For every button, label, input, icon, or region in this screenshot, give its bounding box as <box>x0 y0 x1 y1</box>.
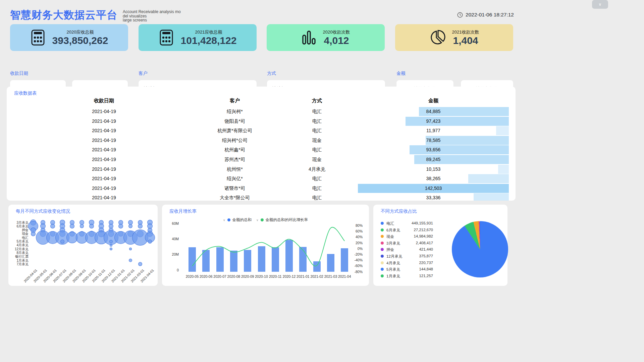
table-row: 2021-04-19苏州杰*司现金89,245 <box>7 155 516 164</box>
kpi-label: 2020收款次数 <box>323 30 350 35</box>
pie-legend-item[interactable]: 现金14,984,982 <box>373 234 447 239</box>
cell-amount: 84,885 <box>358 107 509 116</box>
legend-dot <box>381 222 384 225</box>
cell-customer: 诸暨市*司 <box>174 184 295 193</box>
pie-legend-item[interactable]: 电汇449,155,931 <box>373 221 447 226</box>
growth-bar <box>313 261 321 272</box>
bubble-point <box>31 231 36 236</box>
bubble-point <box>70 224 74 228</box>
timestamp: 2022-01-06 18:27:12 <box>466 12 514 18</box>
bubble-point <box>80 224 84 228</box>
pie-legend-item[interactable]: 12月承兑375,877 <box>373 254 447 259</box>
legend-dot <box>381 255 384 258</box>
kpi-value: 393,850,262 <box>52 35 108 46</box>
legend-dot <box>381 248 384 251</box>
bubble-point <box>128 224 132 228</box>
legend-value: 144,848 <box>393 267 433 271</box>
cell-date: 2021-04-19 <box>34 184 174 193</box>
filter-label-customer: 客户 <box>139 70 148 76</box>
bubble-y-axis-label: 1月承兑 <box>10 259 29 262</box>
pie-legend-item[interactable]: 5月承兑144,848 <box>373 267 447 272</box>
cell-customer: 绍兴亿* <box>174 174 295 184</box>
cell-method: 电汇 <box>295 145 339 155</box>
table-body[interactable]: 2021-04-19绍兴柯*电汇84,8852021-04-19饶阳县*司电汇9… <box>7 107 516 201</box>
growth-right-axis-tick: 40% <box>351 235 363 239</box>
growth-left-axis-tick: 40M <box>167 237 179 241</box>
kpi-card-2021-receivable: 2021应收总额 101,428,122 <box>139 24 257 51</box>
legend-dot <box>381 228 384 231</box>
bubble-chart: 3月承兑6月承兑押金现金电汇5月承兑4月承兑12月承兑8月承兑银行汇票1月承兑7… <box>8 205 158 286</box>
cell-method: 电汇 <box>295 174 339 184</box>
cell-method: 4月承兑 <box>295 164 339 174</box>
bubble-point <box>148 240 152 244</box>
cell-customer: 杭州鑫*司 <box>174 145 295 155</box>
kpi-label: 2021应收总额 <box>195 30 222 35</box>
table-row: 2021-04-19杭州恒*4月承兑10,153 <box>7 164 516 174</box>
cell-customer: 苏州杰*司 <box>174 155 295 164</box>
legend-value: 14,984,982 <box>393 234 433 238</box>
pie-chart <box>452 221 508 277</box>
cell-date: 2021-04-19 <box>34 136 174 145</box>
pie-legend-item[interactable]: 押金421,440 <box>373 247 447 252</box>
pie-legend-item[interactable]: 4月承兑220,737 <box>373 260 447 266</box>
pie-legend-item[interactable]: 3月承兑2,408,417 <box>373 241 447 246</box>
pie-legend-item[interactable]: 1月承兑121,257 <box>373 273 447 279</box>
cell-customer: 绍兴柯*公司 <box>174 136 295 145</box>
pie-legend-item[interactable]: 6月承兑27,212,670 <box>373 227 447 233</box>
table-row: 2021-04-19绍兴柯*公司现金78,585 <box>7 136 516 145</box>
page-subtitle: Account Receivable analysis mo del visua… <box>123 10 188 22</box>
table-title: 应收数据表 <box>14 90 37 96</box>
growth-chart: 60M40M20M080%60%40%20%0%-20%-40%-60%-80%… <box>162 205 369 286</box>
growth-left-axis-tick: 20M <box>167 252 179 256</box>
legend-value: 375,877 <box>393 254 433 258</box>
filter-label-method: 方式 <box>267 70 276 76</box>
legend-dot <box>381 242 384 245</box>
cell-method: 现金 <box>295 155 339 164</box>
bubble-x-axis-label: 2020-04-01 <box>19 268 38 287</box>
legend-value: 121,257 <box>393 274 433 278</box>
cell-method: 现金 <box>295 136 339 145</box>
cell-date: 2021-04-19 <box>34 155 174 164</box>
monthly-method-bubble-panel: 每月不同方式应收变化情况 3月承兑6月承兑押金现金电汇5月承兑4月承兑12月承兑… <box>8 205 158 286</box>
growth-left-axis-tick: 60M <box>167 221 179 225</box>
cell-amount: 93,656 <box>358 145 509 155</box>
cell-amount: 33,336 <box>358 193 509 201</box>
legend-value: 27,212,670 <box>393 228 433 232</box>
calculator-icon <box>30 29 46 46</box>
bubble-y-axis-label: 7月承兑 <box>10 262 29 266</box>
growth-rate-line <box>162 205 369 286</box>
collapse-button[interactable]: ∨ <box>592 0 608 9</box>
growth-right-axis-tick: -20% <box>351 252 363 256</box>
cell-method: 电汇 <box>295 193 339 201</box>
kpi-card-2020-receivable: 2020应收总额 393,850,262 <box>10 24 128 51</box>
table-header-customer: 客户 <box>174 98 295 104</box>
pie-legend: 电汇449,155,9316月承兑27,212,670现金14,984,9823… <box>373 205 447 286</box>
growth-left-axis-tick: 0 <box>167 268 179 272</box>
growth-bar <box>202 250 210 272</box>
growth-bar <box>230 251 237 272</box>
growth-x-axis-label: 2021-04 <box>335 274 354 278</box>
growth-bar <box>285 240 293 272</box>
growth-right-axis-tick: -40% <box>351 258 363 262</box>
method-share-pie-panel: 不同方式应收占比 电汇449,155,9316月承兑27,212,670现金14… <box>373 205 507 286</box>
kpi-label: 2021收款次数 <box>452 30 479 35</box>
cell-amount: 38,265 <box>358 174 509 184</box>
cell-method: 电汇 <box>295 126 339 136</box>
table-row: 2021-04-19饶阳县*司电汇97,423 <box>7 116 516 126</box>
clock-icon <box>457 12 463 18</box>
legend-value: 2,408,417 <box>393 241 433 245</box>
legend-value: 220,737 <box>393 261 433 265</box>
legend-label: 押金 <box>386 247 394 252</box>
cell-amount: 10,153 <box>358 164 509 174</box>
growth-right-axis-tick: 60% <box>351 229 363 233</box>
table-header-method: 方式 <box>295 98 339 104</box>
table-row: 2021-04-19绍兴亿*电汇38,265 <box>7 174 516 184</box>
bubble-y-axis-label: 押金 <box>10 228 29 232</box>
cell-customer: 饶阳县*司 <box>174 116 295 126</box>
bubble-y-axis-label: 8月承兑 <box>10 251 29 255</box>
growth-bar <box>258 246 265 272</box>
cell-date: 2021-04-19 <box>34 126 174 136</box>
kpi-value: 1,404 <box>453 35 478 46</box>
kpi-card-2021-payments: 2021收款次数 1,404 <box>395 24 513 51</box>
bubble-point <box>118 224 123 228</box>
